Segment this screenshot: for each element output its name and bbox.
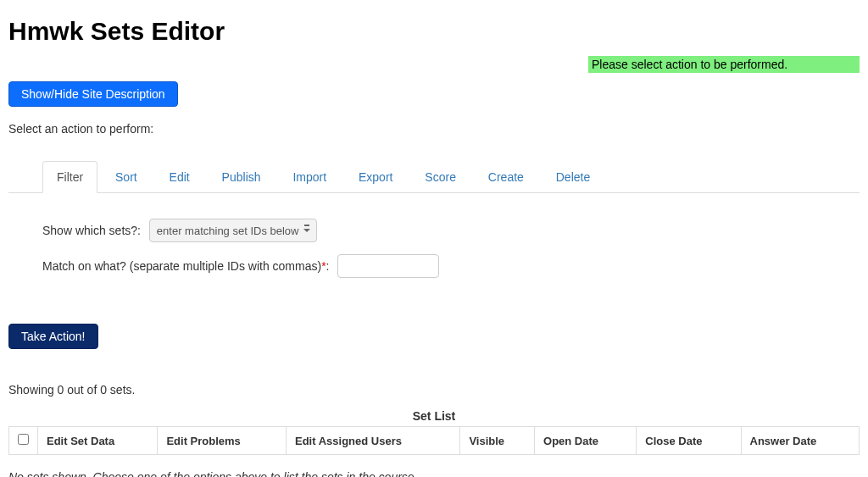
set-list-table: Edit Set Data Edit Problems Edit Assigne… [8, 426, 860, 455]
tab-export[interactable]: Export [344, 161, 407, 193]
table-header-row: Edit Set Data Edit Problems Edit Assigne… [9, 427, 860, 455]
tab-edit[interactable]: Edit [155, 161, 204, 193]
tab-sort[interactable]: Sort [101, 161, 152, 193]
col-edit-assigned-users: Edit Assigned Users [286, 427, 459, 455]
which-sets-select[interactable]: enter matching set IDs below [149, 219, 317, 242]
toggle-description-button[interactable]: Show/Hide Site Description [8, 81, 178, 107]
tab-import[interactable]: Import [278, 161, 341, 193]
match-input[interactable] [337, 254, 439, 278]
tab-filter[interactable]: Filter [42, 161, 97, 193]
select-action-instruction: Select an action to perform: [8, 122, 860, 136]
alert-top: Please select action to be performed. [588, 56, 860, 73]
take-action-button[interactable]: Take Action! [8, 324, 98, 349]
col-answer-date: Answer Date [741, 427, 859, 455]
which-sets-label: Show which sets?: [42, 224, 141, 237]
tab-score[interactable]: Score [410, 161, 470, 193]
tab-create[interactable]: Create [474, 161, 538, 193]
col-edit-set-data: Edit Set Data [38, 427, 158, 455]
col-close-date: Close Date [637, 427, 741, 455]
page-title: Hmwk Sets Editor [8, 17, 860, 46]
match-label: Match on what? (separate multiple IDs wi… [42, 259, 329, 273]
table-caption: Set List [8, 409, 860, 423]
empty-message: No sets shown. Choose one of the options… [8, 470, 860, 477]
col-visible: Visible [460, 427, 535, 455]
col-open-date: Open Date [535, 427, 637, 455]
tab-publish[interactable]: Publish [208, 161, 275, 193]
showing-count: Showing 0 out of 0 sets. [8, 383, 860, 397]
select-all-checkbox[interactable] [18, 434, 29, 445]
col-edit-problems: Edit Problems [158, 427, 287, 455]
action-tabs: Filter Sort Edit Publish Import Export S… [8, 161, 860, 193]
filter-panel: Show which sets?: enter matching set IDs… [8, 193, 860, 307]
tab-delete[interactable]: Delete [542, 161, 604, 193]
